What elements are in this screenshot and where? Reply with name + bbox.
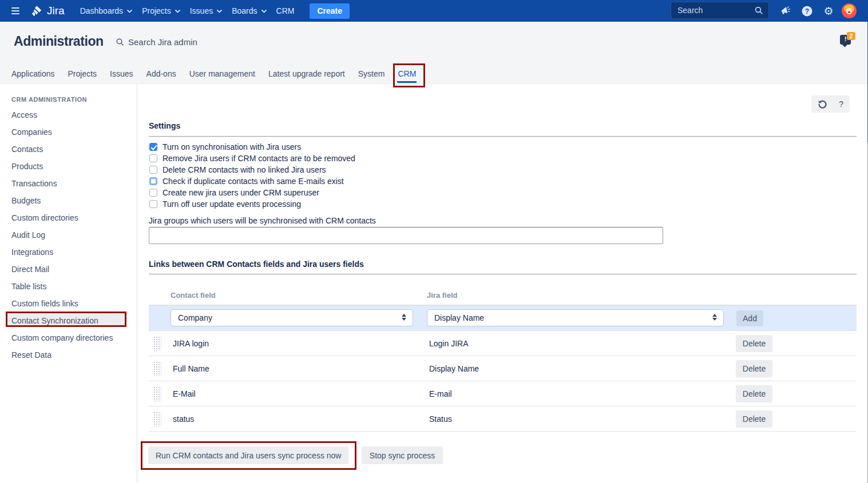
sidebar-item-label: Products [11,162,43,171]
sidebar-item[interactable]: Reset Data [0,346,137,364]
chevron-down-icon [127,10,132,13]
announcement-icon[interactable] [779,0,792,22]
gear-icon[interactable]: ⚙ [822,0,835,22]
sidebar-item[interactable]: Custom company directories [0,329,137,346]
sidebar: CRM ADMINISTRATION Access Companies Cont… [0,84,137,483]
checkbox[interactable] [149,143,157,151]
checkbox[interactable] [149,189,157,197]
stop-sync-button[interactable]: Stop sync process [362,446,443,464]
delete-button[interactable]: Delete [736,360,772,377]
nav-menu-item[interactable]: Boards [232,6,266,15]
help-button[interactable]: ? [839,99,843,109]
sidebar-item[interactable]: Contact Synchronization [0,312,137,329]
links-table-rows: JIRA login Login JIRA Delete Full Name D… [149,331,857,432]
admin-tab-label: System [358,69,385,78]
main-content: ? Settings Turn on synchronisation with … [137,84,868,483]
checkbox[interactable] [149,154,157,162]
sidebar-item[interactable]: Products [0,158,137,175]
user-avatar[interactable] [842,3,857,18]
admin-tab[interactable]: Applications [11,67,55,83]
sidebar-item[interactable]: Companies [0,123,137,141]
navbar-search-input[interactable] [671,6,755,15]
sidebar-item[interactable]: Transactions [0,175,137,192]
add-button[interactable]: Add [736,310,763,326]
sidebar-item[interactable]: Audit Log [0,226,137,244]
checkbox[interactable] [149,177,157,185]
delete-button[interactable]: Delete [736,410,772,428]
nav-menu: Dashboards Projects Issues Boards CRM [80,6,295,15]
sidebar-item-label: Custom company directories [11,333,113,342]
jira-field-cell: E-mail [429,389,452,398]
delete-button[interactable]: Delete [736,385,772,402]
sidebar-item[interactable]: Budgets [0,192,137,209]
sidebar-item[interactable]: Custom directories [0,209,137,226]
select-spinner-icon [402,314,406,321]
navbar-search[interactable] [671,2,769,19]
admin-tab[interactable]: Issues [110,67,133,83]
drag-handle-icon[interactable] [153,361,161,376]
jira-field-select[interactable]: Display Name [427,309,724,326]
admin-tab[interactable]: Projects [68,67,97,83]
delete-button[interactable]: Delete [736,335,772,352]
settings-divider [149,136,857,137]
jira-field-select-value: Display Name [434,313,484,322]
nav-menu-item-label: Boards [232,6,257,15]
hamburger-menu-icon[interactable] [11,7,19,14]
sidebar-item-label: Integrations [11,248,53,257]
nav-menu-item[interactable]: Issues [190,6,222,15]
sidebar-item-label: Reset Data [11,350,51,360]
drag-handle-icon[interactable] [153,412,161,426]
sidebar-item[interactable]: Direct Mail [0,261,137,278]
sidebar-item[interactable]: Custom fields links [0,295,137,312]
checkbox-row[interactable]: Create new jira users under CRM superuse… [149,187,355,198]
checkbox[interactable] [149,200,157,208]
checkbox-row[interactable]: Remove Jira users if CRM contacts are to… [149,153,355,164]
contact-field-cell: Full Name [173,364,209,373]
nav-menu-item-label: Issues [190,6,213,15]
jira-groups-input[interactable] [149,227,663,244]
link-row: E-Mail E-mail Delete [149,381,857,406]
checkbox-row[interactable]: Delete CRM contacts with no linked Jira … [149,164,355,175]
settings-heading: Settings [149,121,180,130]
links-table: Contact field Jira field Company Display… [149,284,857,432]
column-header-jira-field: Jira field [427,291,457,300]
sidebar-item[interactable]: Table lists [0,278,137,295]
nav-menu-item-label: CRM [276,6,295,15]
settings-checkboxes: Turn on synchronisation with Jira users … [149,141,355,210]
page-title: Administration [14,34,104,49]
checkbox-row[interactable]: Check if duplicate contacts with same E-… [149,175,355,187]
admin-tab[interactable]: CRM [398,67,416,83]
checkbox-row[interactable]: Turn off user update events processing [149,198,355,210]
sidebar-item[interactable]: Access [0,106,137,123]
sidebar-item-label: Direct Mail [11,265,49,274]
checkbox-label: Create new jira users under CRM superuse… [162,188,319,197]
admin-tab[interactable]: System [358,67,385,83]
admin-tab[interactable]: User management [189,67,255,83]
new-link-row: Company Display Name Add [149,306,857,331]
nav-menu-item[interactable]: Projects [142,6,180,15]
admin-search-label: Search Jira admin [128,37,197,47]
drag-handle-icon[interactable] [153,336,161,351]
sidebar-item[interactable]: Integrations [0,244,137,261]
nav-menu-item[interactable]: CRM [276,6,295,15]
sidebar-item[interactable]: Contacts [0,141,137,158]
run-sync-button[interactable]: Run CRM contacts and Jira users sync pro… [148,446,348,464]
chevron-down-icon [217,10,222,13]
jira-logo[interactable]: Jira [30,5,65,17]
nav-menu-item[interactable]: Dashboards [80,6,133,15]
create-button[interactable]: Create [310,3,350,19]
admin-search[interactable]: Search Jira admin [116,37,197,47]
admin-tab[interactable]: Latest upgrade report [268,67,345,83]
checkbox-row[interactable]: Turn on synchronisation with Jira users [149,141,355,153]
help-icon[interactable]: ? [801,0,812,22]
chevron-down-icon [261,10,267,13]
contact-field-select[interactable]: Company [171,309,413,326]
admin-tabs: Applications Projects Issues Add-ons Use… [11,67,416,83]
sidebar-item-label: Table lists [11,282,46,291]
checkbox[interactable] [149,166,157,174]
drag-handle-icon[interactable] [153,386,161,401]
refresh-icon[interactable] [818,99,827,109]
admin-header: Administration Search Jira admin ! 2 App… [0,22,868,84]
admin-tab[interactable]: Add-ons [146,67,176,83]
admin-tab-label: Latest upgrade report [268,69,345,78]
